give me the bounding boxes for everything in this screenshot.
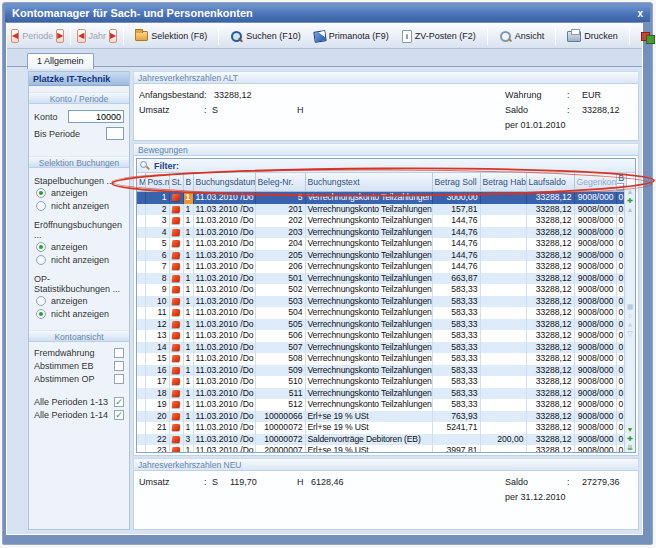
col-header-buchungstext[interactable]: Buchungstext [305, 173, 432, 192]
gegenkonto-cell[interactable]: 9008/000 [574, 353, 616, 365]
text-cell[interactable]: Verrechnungskonto Teilzahlungen [305, 273, 432, 285]
status-cell[interactable] [169, 273, 183, 285]
pos-cell[interactable]: 23 [145, 445, 169, 453]
col-header-laufsaldo[interactable]: Laufsaldo [526, 173, 574, 192]
status-cell[interactable] [169, 296, 183, 308]
m-cell[interactable] [137, 422, 145, 434]
status-cell[interactable] [169, 215, 183, 227]
b-cell[interactable]: 1 [183, 273, 193, 285]
laufsaldo-cell[interactable]: 33288,12 [526, 192, 574, 204]
col-header-st[interactable]: St. [169, 173, 183, 192]
table-row[interactable]: 21111.03.2010 /Do10000072Erl+se 19 % USt… [137, 422, 626, 434]
m-cell[interactable] [137, 238, 145, 250]
checkbox-icon[interactable] [114, 361, 124, 371]
scroll-up-icon[interactable]: ▲ [627, 187, 634, 196]
b-cell[interactable]: 1 [183, 227, 193, 239]
soll-cell[interactable]: 583,33 [432, 353, 480, 365]
haben-cell[interactable] [480, 250, 526, 262]
table-row[interactable]: 7111.03.2010 /Do206Verrechnungskonto Tei… [137, 261, 626, 273]
haben-cell[interactable] [480, 261, 526, 273]
checkbox-abstimmen-op[interactable]: Abstimmen OP [29, 372, 129, 385]
pos-cell[interactable]: 18 [145, 388, 169, 400]
soll-cell[interactable]: 583,33 [432, 284, 480, 296]
haben-cell[interactable] [480, 273, 526, 285]
beleg-cell[interactable]: 503 [255, 296, 305, 308]
beleg-cell[interactable]: 512 [255, 399, 305, 411]
b-cell[interactable]: 1 [183, 353, 193, 365]
soll-cell[interactable]: 583,33 [432, 319, 480, 331]
laufsaldo-cell[interactable]: 33288,12 [526, 342, 574, 354]
laufsaldo-cell[interactable]: 33288,12 [526, 445, 574, 453]
tab-allgemein[interactable]: 1 Allgemein [27, 53, 94, 69]
ansicht-button[interactable]: Ansicht [494, 27, 550, 46]
checkbox-icon[interactable] [114, 410, 124, 420]
jahr-prev-button[interactable]: ◀ [77, 29, 85, 43]
laufsaldo-cell[interactable]: 33288,12 [526, 273, 574, 285]
soll-cell[interactable]: 583,33 [432, 388, 480, 400]
checkbox-fremdwaehrung[interactable]: Fremdwährung [29, 346, 129, 359]
laufsaldo-cell[interactable]: 33288,12 [526, 227, 574, 239]
datum-cell[interactable]: 11.03.2010 /Do [193, 273, 255, 285]
pos-cell[interactable]: 2 [145, 204, 169, 216]
laufsaldo-cell[interactable]: 33288,12 [526, 330, 574, 342]
gegenkonto-cell[interactable]: 9008/000 [574, 434, 616, 446]
font-size-icon[interactable]: ᴀ [628, 320, 631, 329]
b-cell[interactable]: 1 [183, 238, 193, 250]
b-cell[interactable]: 1 [183, 422, 193, 434]
gegenkonto-cell[interactable]: 9008/000 [574, 296, 616, 308]
haben-cell[interactable] [480, 284, 526, 296]
table-row[interactable]: 10111.03.2010 /Do503Verrechnungskonto Te… [137, 296, 626, 308]
m-cell[interactable] [137, 307, 145, 319]
checkbox-icon[interactable] [114, 397, 124, 407]
text-cell[interactable]: Verrechnungskonto Teilzahlungen [305, 215, 432, 227]
gegenkonto-cell[interactable]: 9008/000 [574, 204, 616, 216]
datum-cell[interactable]: 11.03.2010 /Do [193, 445, 255, 453]
datum-cell[interactable]: 11.03.2010 /Do [193, 227, 255, 239]
beleg-cell[interactable]: 505 [255, 319, 305, 331]
table-row[interactable]: 19111.03.2010 /Do512Verrechnungskonto Te… [137, 399, 626, 411]
datum-cell[interactable]: 11.03.2010 /Do [193, 411, 255, 423]
grid-view-icon[interactable]: ▦ [627, 302, 634, 311]
pos-cell[interactable]: 13 [145, 330, 169, 342]
table-row[interactable]: 2111.03.2010 /Do201Verrechnungskonto Tei… [137, 204, 626, 216]
b-cell[interactable]: 1 [183, 284, 193, 296]
gegenkonto-cell[interactable]: 9008/000 [574, 192, 616, 204]
radio-icon[interactable] [36, 309, 46, 319]
haben-cell[interactable] [480, 399, 526, 411]
beleg-cell[interactable]: 502 [255, 284, 305, 296]
table-row[interactable]: 11111.03.2010 /Do504Verrechnungskonto Te… [137, 307, 626, 319]
beleg-cell[interactable]: 202 [255, 215, 305, 227]
datum-cell[interactable]: 11.03.2010 /Do [193, 422, 255, 434]
haben-cell[interactable] [480, 422, 526, 434]
text-cell[interactable]: Verrechnungskonto Teilzahlungen [305, 376, 432, 388]
datum-cell[interactable]: 11.03.2010 /Do [193, 215, 255, 227]
pos-cell[interactable]: 4 [145, 227, 169, 239]
status-cell[interactable] [169, 342, 183, 354]
datum-cell[interactable]: 11.03.2010 /Do [193, 192, 255, 204]
m-cell[interactable] [137, 215, 145, 227]
soll-cell[interactable]: 144,76 [432, 261, 480, 273]
datum-cell[interactable]: 11.03.2010 /Do [193, 399, 255, 411]
gegenkonto-cell[interactable]: 9008/000 [574, 342, 616, 354]
text-cell[interactable]: Verrechnungskonto Teilzahlungen [305, 261, 432, 273]
konto-input[interactable] [68, 110, 124, 123]
soll-cell[interactable]: 144,76 [432, 227, 480, 239]
soll-cell[interactable]: 583,33 [432, 399, 480, 411]
status-cell[interactable] [169, 365, 183, 377]
haben-cell[interactable] [480, 204, 526, 216]
gegenkonto-cell[interactable]: 9008/000 [574, 227, 616, 239]
pos-cell[interactable]: 6 [145, 250, 169, 262]
column-chooser-icon[interactable] [616, 183, 624, 191]
haben-cell[interactable] [480, 307, 526, 319]
bis-periode-input[interactable] [106, 127, 124, 140]
pos-cell[interactable]: 1 [145, 192, 169, 204]
laufsaldo-cell[interactable]: 33288,12 [526, 204, 574, 216]
status-cell[interactable] [169, 238, 183, 250]
soll-cell[interactable]: 663,87 [432, 273, 480, 285]
table-row[interactable]: 17111.03.2010 /Do510Verrechnungskonto Te… [137, 376, 626, 388]
datum-cell[interactable]: 11.03.2010 /Do [193, 284, 255, 296]
status-cell[interactable] [169, 307, 183, 319]
soll-cell[interactable]: 583,33 [432, 376, 480, 388]
jahr-next-button[interactable]: ▶ [109, 29, 117, 43]
beleg-cell[interactable]: 203 [255, 227, 305, 239]
